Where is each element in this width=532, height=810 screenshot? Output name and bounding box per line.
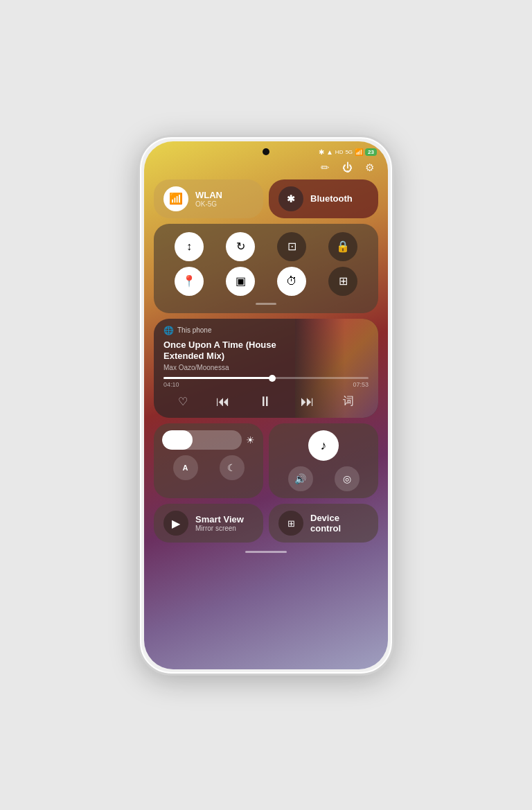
location-button[interactable]: 📍 xyxy=(175,267,204,296)
bluetooth-icon: ✱ xyxy=(287,193,295,204)
volume-panel: ♪ 🔊 ◎ xyxy=(269,423,378,498)
volume-bottom-row: 🔊 ◎ xyxy=(277,466,370,491)
icon-grid: ↕ ↻ ⊡ 🔒 📍 ▣ ⏱ ⊞ xyxy=(154,224,378,313)
progress-knob[interactable] xyxy=(269,375,276,382)
wlan-subtitle: OK-5G xyxy=(195,200,222,208)
brightness-icon-row: A ☾ xyxy=(162,455,255,480)
like-button[interactable]: ♡ xyxy=(178,395,188,408)
device-ctrl-text: Device control xyxy=(310,513,369,534)
smart-view-subtitle: Mirror screen xyxy=(195,525,244,532)
wlan-icon-circle: 📶 xyxy=(163,186,188,211)
smart-view-text: Smart View Mirror screen xyxy=(195,514,244,532)
bixby-button[interactable] xyxy=(138,276,140,317)
smart-view-icon-circle: ▶ xyxy=(163,511,188,536)
volume-button[interactable] xyxy=(392,290,394,338)
bottom-controls: ☀ A ☾ ♪ xyxy=(154,423,378,498)
prev-button[interactable]: ⏮ xyxy=(216,394,230,410)
night-mode-button[interactable]: ☾ xyxy=(220,455,245,480)
brightness-panel: ☀ A ☾ xyxy=(154,423,263,498)
brightness-track[interactable] xyxy=(162,430,242,450)
progress-bar-bg xyxy=(163,377,369,379)
signal-label: 5G xyxy=(345,149,353,155)
smart-view-title: Smart View xyxy=(195,514,244,525)
source-label: This phone xyxy=(177,326,211,334)
music-note-button[interactable]: ♪ xyxy=(308,430,339,461)
source-icon: 🌐 xyxy=(163,326,174,335)
smart-view-icon: ▶ xyxy=(172,517,180,530)
power-button[interactable] xyxy=(392,248,394,283)
bottom-row: ▶ Smart View Mirror screen ⊞ Device cont… xyxy=(154,504,378,543)
drag-indicator xyxy=(256,303,276,305)
cast-button[interactable]: ⊞ xyxy=(328,267,357,296)
device-control-tile[interactable]: ⊞ Device control xyxy=(269,504,378,543)
screenshot-button[interactable]: ⊡ xyxy=(277,232,306,261)
smart-view-tile[interactable]: ▶ Smart View Mirror screen xyxy=(154,504,263,543)
wlan-tile[interactable]: 📶 WLAN OK-5G xyxy=(154,179,263,218)
bluetooth-tile[interactable]: ✱ Bluetooth xyxy=(269,179,378,218)
speaker-icon: 🔊 xyxy=(294,473,306,484)
music-source: 🌐 This phone xyxy=(163,326,369,335)
bluetooth-title: Bluetooth xyxy=(310,193,353,204)
auto-brightness-button[interactable]: A xyxy=(173,455,198,480)
power-action-button[interactable]: ⏻ xyxy=(342,161,353,174)
settings-button[interactable]: ⚙ xyxy=(365,161,374,174)
music-card-inner: 🌐 This phone Once Upon A Time (House Ext… xyxy=(154,319,378,419)
lock-rotation-button[interactable]: 🔒 xyxy=(328,232,357,261)
total-time: 07:53 xyxy=(353,381,369,388)
action-buttons-row: ✏ ⏻ ⚙ xyxy=(144,159,388,179)
current-time: 04:10 xyxy=(163,381,179,388)
pause-button[interactable]: ⏸ xyxy=(258,394,272,410)
icon-row-2: 📍 ▣ ⏱ ⊞ xyxy=(163,267,369,296)
home-indicator[interactable] xyxy=(144,545,388,558)
music-note-icon: ♪ xyxy=(321,439,327,453)
phone-screen: ✱ ▲ HD 5G 📶 23 ✏ ⏻ ⚙ 📶 xyxy=(144,141,388,669)
vibrate-icon: ◎ xyxy=(343,473,351,484)
device-ctrl-title: Device control xyxy=(310,513,369,534)
sun-icon: ☀ xyxy=(246,434,255,446)
progress-times: 04:10 07:53 xyxy=(163,381,369,388)
brightness-fill xyxy=(162,430,193,450)
lyrics-button[interactable]: 词 xyxy=(343,394,354,409)
home-bar xyxy=(245,551,287,553)
moon-icon: ☾ xyxy=(227,462,236,473)
bluetooth-text: Bluetooth xyxy=(310,193,353,204)
sync-button[interactable]: ↻ xyxy=(226,232,255,261)
battery-indicator: 23 xyxy=(365,148,377,156)
bluetooth-icon-circle: ✱ xyxy=(278,186,303,211)
device-ctrl-icon: ⊞ xyxy=(287,518,295,529)
music-artist: Max Oazo/Moonessa xyxy=(163,364,369,371)
wifi-icon: 📶 xyxy=(169,192,183,205)
vibrate-button[interactable]: ◎ xyxy=(335,466,360,491)
front-camera xyxy=(263,148,269,155)
wlan-text: WLAN OK-5G xyxy=(195,190,222,208)
next-button[interactable]: ⏭ xyxy=(301,394,314,410)
progress-container: 04:10 07:53 xyxy=(163,377,369,388)
speaker-button[interactable]: 🔊 xyxy=(288,466,313,491)
signal-bars: 📶 xyxy=(355,148,363,156)
timer-button[interactable]: ⏱ xyxy=(277,267,306,296)
auto-icon: A xyxy=(183,464,188,472)
icon-row-1: ↕ ↻ ⊡ 🔒 xyxy=(163,232,369,261)
music-player-card[interactable]: 🌐 This phone Once Upon A Time (House Ext… xyxy=(154,319,378,419)
wifi-status-icon: ▲ xyxy=(326,148,333,156)
connectivity-row: 📶 WLAN OK-5G ✱ Bluetooth xyxy=(154,179,378,218)
progress-bar-fill xyxy=(163,377,272,379)
device-ctrl-icon-circle: ⊞ xyxy=(278,511,303,536)
display-button[interactable]: ▣ xyxy=(226,267,255,296)
wlan-title: WLAN xyxy=(195,190,222,200)
bluetooth-status-icon: ✱ xyxy=(319,148,324,156)
volume-top: ♪ xyxy=(277,430,370,461)
edit-button[interactable]: ✏ xyxy=(321,161,330,174)
music-title: Once Upon A Time (House Extended Mix) xyxy=(163,340,302,363)
hd-label: HD xyxy=(335,149,344,155)
phone-frame: ✱ ▲ HD 5G 📶 23 ✏ ⏻ ⚙ 📶 xyxy=(138,135,394,676)
data-transfer-button[interactable]: ↕ xyxy=(175,232,204,261)
music-controls: ♡ ⏮ ⏸ ⏭ 词 xyxy=(163,394,369,410)
controls-wrapper: 📶 WLAN OK-5G ✱ Bluetooth xyxy=(144,179,388,543)
brightness-slider-row: ☀ xyxy=(162,430,255,450)
